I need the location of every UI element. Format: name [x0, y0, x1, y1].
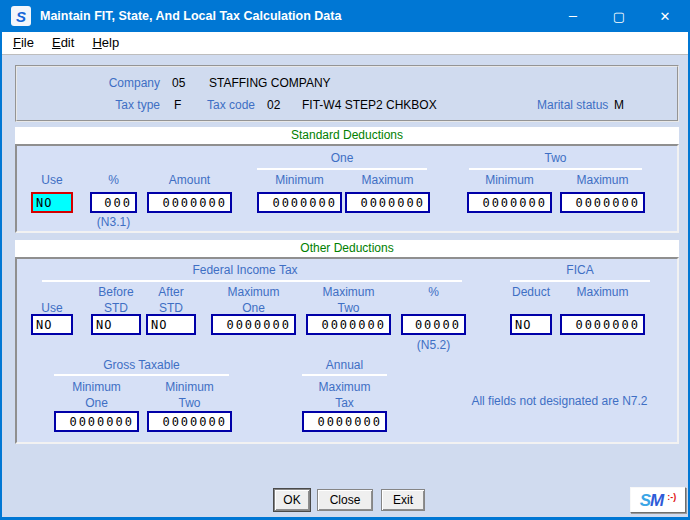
std-group-two-underline — [469, 168, 642, 170]
fica-deduct-label: Deduct — [500, 285, 562, 299]
fica-group-underline — [510, 280, 650, 282]
marital-status-label: Marital status — [537, 98, 608, 112]
minimize-button[interactable]: ─ — [550, 0, 596, 32]
other-deductions-panel: Federal Income Tax FICA Before After Max… — [15, 257, 679, 444]
close-button[interactable]: ✕ — [642, 0, 688, 32]
app-icon-letter: S — [16, 9, 26, 24]
fit-before-std-field[interactable] — [91, 314, 141, 335]
std-group-one-label: One — [257, 151, 427, 165]
fit-use-field[interactable] — [31, 314, 73, 335]
menu-file[interactable]: File — [4, 34, 43, 52]
std-group-one-underline — [257, 168, 427, 170]
std-one-maximum-label: Maximum — [345, 173, 430, 187]
fica-maximum-field[interactable] — [560, 314, 645, 335]
menu-bar: File Edit Help — [2, 32, 688, 55]
client-area: Company 05 STAFFING COMPANY Tax type F T… — [2, 55, 688, 517]
exit-button[interactable]: Exit — [381, 489, 425, 511]
company-code: 05 — [172, 76, 185, 90]
std-amount-field[interactable] — [147, 192, 232, 213]
std-use-field[interactable] — [31, 192, 73, 213]
company-name: STAFFING COMPANY — [209, 76, 331, 90]
annual-max-label-line1: Maximum — [302, 380, 387, 394]
fit-use-label: Use — [31, 301, 73, 315]
sm-logo-smiley: :-) — [667, 492, 676, 502]
std-percent-note: (N3.1) — [90, 215, 137, 229]
fit-maximum-two-field[interactable] — [306, 314, 391, 335]
std-two-minimum-field[interactable] — [467, 192, 552, 213]
std-percent-field[interactable] — [90, 192, 137, 213]
fit-after-std-field[interactable] — [146, 314, 196, 335]
close-button-action[interactable]: Close — [317, 489, 373, 511]
fit-percent-field[interactable] — [401, 314, 466, 335]
std-amount-label: Amount — [147, 173, 232, 187]
gross-minimum-two-field[interactable] — [147, 411, 232, 432]
marital-status-value: M — [614, 98, 624, 112]
gross-min-one-label-line2: One — [54, 396, 139, 410]
fica-deduct-field[interactable] — [510, 314, 552, 335]
std-one-minimum-label: Minimum — [257, 173, 342, 187]
tax-type-label: Tax type — [92, 98, 160, 112]
fit-after-label-line1: After — [146, 285, 196, 299]
gross-taxable-group-label: Gross Taxable — [54, 358, 229, 372]
title-bar: S Maintain FIT, State, And Local Tax Cal… — [2, 0, 688, 32]
fit-group-label: Federal Income Tax — [45, 263, 445, 277]
gross-taxable-underline — [54, 374, 229, 376]
company-header-box: Company 05 STAFFING COMPANY Tax type F T… — [15, 65, 679, 122]
fit-max-one-label-line1: Maximum — [211, 285, 296, 299]
annual-underline — [302, 374, 387, 376]
fields-footnote: All fields not designated are N7.2 — [447, 394, 672, 408]
fit-after-label-line2: STD — [146, 301, 196, 315]
annual-max-label-line2: Tax — [302, 396, 387, 410]
fit-percent-note: (N5.2) — [401, 338, 466, 352]
tax-type-value: F — [174, 98, 181, 112]
annual-group-label: Annual — [302, 358, 387, 372]
fit-maximum-one-field[interactable] — [211, 314, 296, 335]
menu-help[interactable]: Help — [83, 34, 128, 52]
std-percent-label: % — [90, 173, 137, 187]
fit-before-label-line2: STD — [91, 301, 141, 315]
std-two-maximum-field[interactable] — [560, 192, 645, 213]
fica-maximum-label: Maximum — [560, 285, 645, 299]
fit-group-underline — [42, 280, 462, 282]
annual-maximum-tax-field[interactable] — [302, 411, 387, 432]
fit-max-two-label-line1: Maximum — [306, 285, 391, 299]
std-one-minimum-field[interactable] — [257, 192, 342, 213]
app-icon: S — [11, 6, 31, 26]
menu-edit[interactable]: Edit — [43, 34, 83, 52]
gross-min-two-label-line2: Two — [147, 396, 232, 410]
std-one-maximum-field[interactable] — [345, 192, 430, 213]
standard-deductions-panel: One Two Use % Amount Minimum Maximum Min… — [15, 144, 679, 233]
fit-percent-label: % — [401, 285, 466, 299]
gross-minimum-one-field[interactable] — [54, 411, 139, 432]
std-two-minimum-label: Minimum — [467, 173, 552, 187]
app-window: S Maintain FIT, State, And Local Tax Cal… — [0, 0, 690, 520]
tax-code-value: 02 — [267, 98, 280, 112]
window-controls: ─ ▢ ✕ — [550, 0, 688, 32]
fit-max-one-label-line2: One — [211, 301, 296, 315]
sm-logo-m: M — [650, 492, 664, 509]
std-group-two-label: Two — [469, 151, 642, 165]
gross-min-two-label-line1: Minimum — [147, 380, 232, 394]
tax-code-label: Tax code — [200, 98, 255, 112]
other-deductions-title: Other Deductions — [15, 240, 679, 257]
std-use-label: Use — [31, 173, 73, 187]
window-title: Maintain FIT, State, And Local Tax Calcu… — [40, 9, 341, 23]
standard-deductions-title: Standard Deductions — [15, 127, 679, 144]
tax-code-name: FIT-W4 STEP2 CHKBOX — [302, 98, 437, 112]
fit-before-label-line1: Before — [91, 285, 141, 299]
ok-button[interactable]: OK — [274, 489, 310, 511]
sm-logo-button[interactable]: S M :-) — [630, 487, 686, 513]
company-label: Company — [92, 76, 160, 90]
fica-group-label: FICA — [510, 263, 650, 277]
maximize-button[interactable]: ▢ — [596, 0, 642, 32]
gross-min-one-label-line1: Minimum — [54, 380, 139, 394]
std-two-maximum-label: Maximum — [560, 173, 645, 187]
fit-max-two-label-line2: Two — [306, 301, 391, 315]
